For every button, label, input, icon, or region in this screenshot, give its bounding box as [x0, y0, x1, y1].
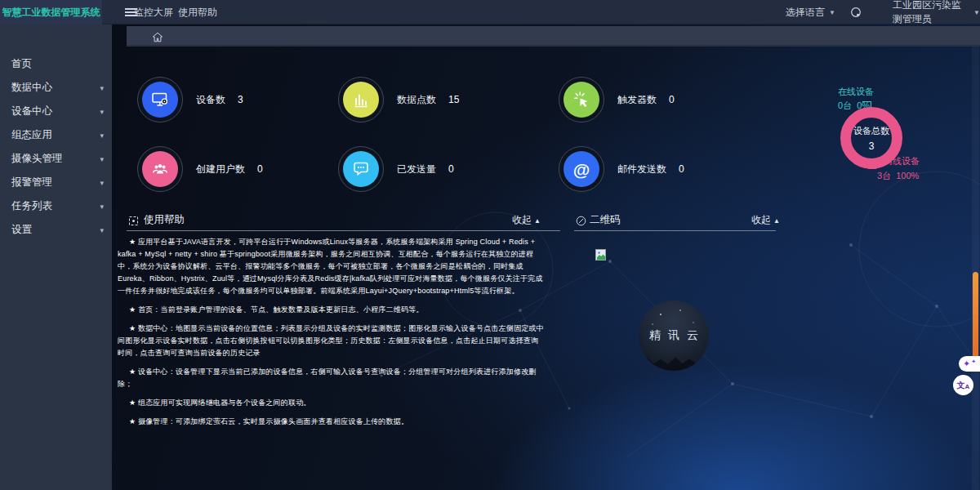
sidebar-item-settings[interactable]: 设置 ▾ — [0, 218, 112, 242]
user-menu[interactable]: 工业园区污染监测管理员 ▼ — [893, 0, 980, 24]
sidebar-item-device-center[interactable]: 设备中心 ▾ — [0, 100, 112, 123]
nav-monitor-screen[interactable]: 监控大屏 — [134, 0, 173, 24]
device-monitor-icon — [150, 90, 170, 109]
home-icon — [152, 32, 163, 42]
app-title: 智慧工业数据管理系统 — [0, 0, 102, 24]
sidebar: 首页 数据中心 ▾ 设备中心 ▾ 组态应用 ▾ 摄像头管理 ▾ 报警管理 ▾ — [0, 24, 112, 490]
translate-extension-button[interactable]: 文A — [953, 375, 973, 395]
broken-image-icon — [595, 249, 607, 265]
sidebar-item-camera-management[interactable]: 摄像头管理 ▾ — [0, 147, 112, 171]
jingxunyun-watermark: 精讯云 — [639, 301, 709, 371]
tab-strip — [127, 26, 980, 47]
scrollbar-track[interactable] — [972, 47, 979, 490]
sidebar-item-alarm-management[interactable]: 报警管理 ▾ — [0, 171, 112, 194]
qrcode-panel-divider — [574, 230, 776, 231]
stat-trigger-count: 触发器数 0 — [559, 77, 675, 122]
chevron-down-icon: ▾ — [100, 84, 104, 92]
sidebar-item-task-list[interactable]: 任务列表 ▾ — [0, 194, 112, 218]
scrollbar-thumb[interactable] — [973, 272, 978, 363]
at-icon: @ — [573, 161, 590, 178]
chevron-down-icon: ▾ — [100, 226, 104, 234]
chevron-up-icon: ▲ — [773, 217, 780, 225]
bar-chart-icon — [351, 90, 371, 109]
target-icon — [128, 215, 139, 229]
chevron-down-icon: ▼ — [829, 9, 835, 16]
sidebar-item-home[interactable]: 首页 — [0, 52, 112, 76]
qrcode-panel-title: 二维码 — [590, 213, 621, 227]
stat-sent-amount: 已发送量 0 — [338, 146, 454, 192]
qrcode-collapse-button[interactable]: 收起▲ — [751, 213, 780, 227]
nav-usage-help[interactable]: 使用帮助 — [178, 0, 217, 24]
language-selector[interactable]: 选择语言 ▼ — [786, 0, 835, 24]
chevron-down-icon: ▾ — [100, 203, 104, 211]
sidebar-item-configuration-app[interactable]: 组态应用 ▾ — [0, 123, 112, 147]
sparkle-icon: ✦ — [971, 359, 976, 364]
chevron-down-icon: ▾ — [100, 179, 104, 187]
help-panel-title: 使用帮助 — [144, 213, 185, 227]
donut-legend-offline-value: 3台 100% — [877, 170, 919, 182]
translate-icon: 文 — [957, 380, 965, 391]
stat-created-users: 创建用户数 0 — [137, 146, 263, 192]
sidebar-item-data-center[interactable]: 数据中心 ▾ — [0, 76, 112, 100]
headset-icon[interactable] — [850, 0, 862, 24]
help-text: ★ 应用平台基于JAVA语言开发，可跨平台运行于Windows或Linux等服务… — [118, 236, 546, 426]
donut-center-label: 设备总数 3 — [843, 125, 900, 152]
chevron-up-icon: ▲ — [534, 217, 541, 225]
app-root: 智慧工业数据管理系统 监控大屏 使用帮助 选择语言 ▼ 工业园区污染监测管理员 … — [0, 0, 980, 490]
help-panel-divider — [127, 230, 560, 231]
help-collapse-button[interactable]: 收起▲ — [512, 213, 541, 227]
stat-data-point-count: 数据点数 15 — [338, 77, 459, 122]
users-icon — [150, 159, 170, 179]
stat-device-count: 设备数 3 — [137, 77, 243, 122]
trigger-click-icon — [572, 90, 591, 109]
chevron-down-icon: ▾ — [100, 155, 104, 163]
message-bubble-icon — [351, 159, 371, 179]
sparkle-icon: ✦ — [963, 359, 970, 368]
tab-home[interactable] — [148, 30, 167, 43]
link-icon — [576, 215, 586, 229]
stat-emails-sent: @ 邮件发送数 0 — [559, 146, 684, 192]
chevron-down-icon: ▾ — [100, 108, 104, 116]
chevron-down-icon: ▾ — [100, 131, 104, 140]
top-header: 智慧工业数据管理系统 监控大屏 使用帮助 选择语言 ▼ 工业园区污染监测管理员 … — [0, 0, 980, 24]
sparkles-extension-button[interactable]: ✦✦ — [959, 356, 980, 372]
chevron-down-icon: ▼ — [973, 9, 980, 16]
